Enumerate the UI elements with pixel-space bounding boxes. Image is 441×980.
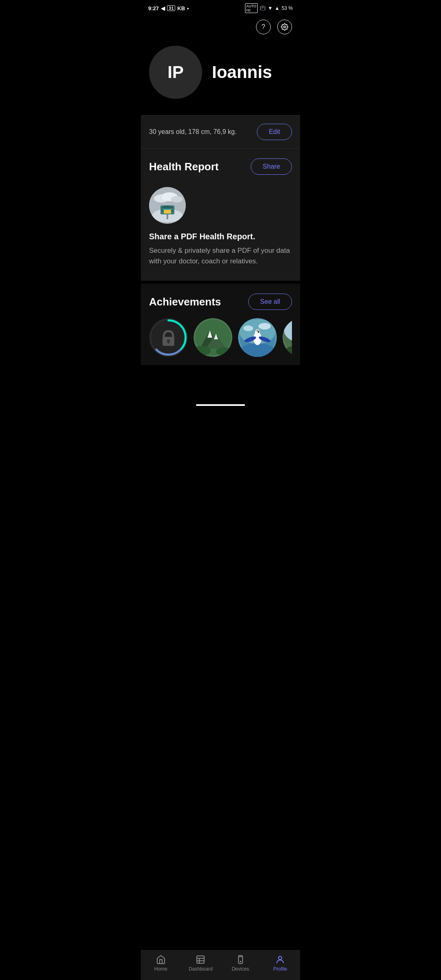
achievement-item-forest[interactable]	[283, 318, 292, 357]
top-actions: ?	[141, 15, 300, 38]
nav-home-indicator	[196, 404, 245, 406]
gear-icon	[281, 23, 288, 31]
health-report-pdf-desc: Securely & privately share a PDF of your…	[149, 245, 292, 266]
vibrate-icon: 📳	[260, 5, 266, 11]
status-bar: 9:27 ◀ 31 KB • AUTOHz 📳 ▼ ▲ 53 %	[141, 0, 300, 15]
health-report-header: Health Report Share	[149, 158, 292, 175]
user-stats-text: 30 years old, 178 cm, 76,9 kg.	[149, 128, 236, 136]
profile-hero: IP Ioannis	[141, 38, 300, 115]
svg-point-24	[216, 347, 232, 356]
pdf-illustration-icon	[149, 187, 186, 224]
see-all-button[interactable]: See all	[248, 294, 292, 310]
svg-rect-10	[167, 214, 168, 219]
achievement-bird-icon	[238, 318, 277, 357]
battery-text: 53 %	[282, 5, 293, 11]
status-time: 9:27	[148, 5, 159, 11]
achievements-row	[149, 318, 292, 357]
svg-rect-16	[168, 341, 169, 344]
settings-button[interactable]	[277, 20, 292, 34]
user-stats-row: 30 years old, 178 cm, 76,9 kg. Edit	[141, 115, 300, 148]
svg-point-34	[258, 331, 259, 333]
svg-point-23	[194, 346, 211, 356]
achievements-section: Achievements See all	[141, 284, 300, 365]
svg-point-0	[284, 26, 286, 28]
edit-button[interactable]: Edit	[257, 124, 292, 140]
achievements-header: Achievements See all	[149, 294, 292, 310]
calendar-icon: 31	[167, 5, 175, 11]
achievement-mountains-icon	[194, 318, 232, 357]
health-report-title: Health Report	[149, 160, 218, 173]
status-right: AUTOHz 📳 ▼ ▲ 53 %	[245, 3, 293, 13]
svg-rect-9	[164, 210, 171, 214]
health-report-pdf-title: Share a PDF Health Report.	[149, 232, 292, 241]
achievement-item-mountains[interactable]	[194, 318, 232, 357]
achievement-item-bird[interactable]	[238, 318, 277, 357]
help-icon: ?	[262, 23, 265, 31]
help-button[interactable]: ?	[256, 20, 271, 34]
signal-icon: ▲	[275, 5, 280, 11]
svg-point-30	[258, 323, 271, 330]
status-left: 9:27 ◀ 31 KB •	[148, 5, 189, 11]
user-name: Ioannis	[212, 62, 272, 82]
achievements-title: Achievements	[149, 296, 221, 308]
share-button[interactable]: Share	[251, 158, 292, 175]
svg-point-29	[243, 325, 253, 331]
health-report-section: Health Report Share	[141, 149, 300, 280]
achievement-item-locked[interactable]	[149, 318, 188, 357]
location-icon: ◀	[161, 5, 165, 11]
bottom-spacer	[141, 365, 300, 402]
auto-hz-icon: AUTOHz	[245, 3, 258, 13]
avatar: IP	[149, 46, 202, 99]
avatar-initials: IP	[167, 62, 184, 82]
section-divider-2	[141, 280, 300, 281]
achievement-locked-icon	[149, 318, 188, 357]
health-report-content: Share a PDF Health Report. Securely & pr…	[149, 183, 292, 270]
svg-point-4	[171, 196, 183, 203]
wifi-icon: ▼	[268, 5, 273, 11]
network-label: KB	[177, 5, 185, 11]
dot-indicator: •	[187, 5, 189, 11]
achievement-forest-icon	[283, 318, 292, 357]
pdf-illustration-container	[149, 187, 186, 224]
